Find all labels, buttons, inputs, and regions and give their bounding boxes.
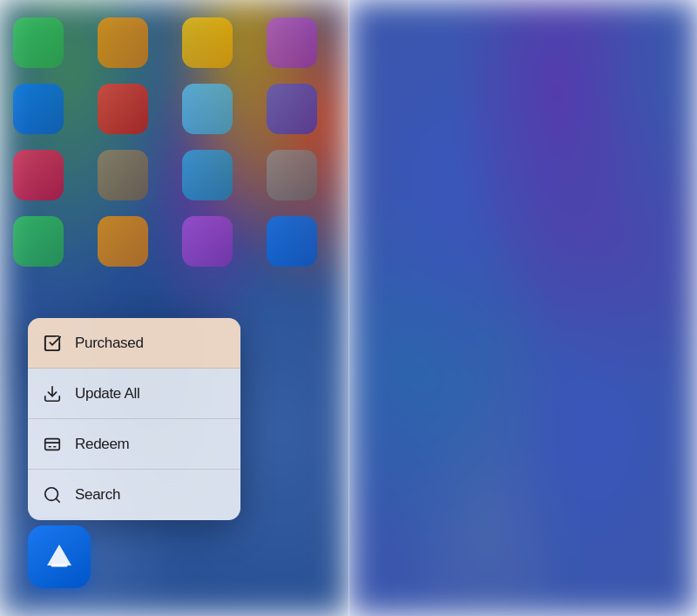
left-context-menu: Purchased Update All bbox=[28, 318, 240, 520]
app-icon-6 bbox=[98, 84, 148, 134]
app-icon-15 bbox=[182, 216, 233, 267]
left-redeem-label: Redeem bbox=[75, 436, 129, 453]
app-icon-3 bbox=[182, 17, 233, 68]
update-icon bbox=[42, 383, 63, 404]
left-purchased-label: Purchased bbox=[75, 335, 144, 352]
left-phone-panel: Purchased Update All bbox=[0, 0, 348, 616]
left-update-all-label: Update All bbox=[75, 385, 140, 403]
svg-rect-0 bbox=[45, 335, 60, 350]
app-icon-9 bbox=[13, 150, 64, 200]
left-menu-item-purchased[interactable]: Purchased bbox=[28, 318, 240, 369]
svg-line-4 bbox=[56, 498, 59, 502]
panel-divider bbox=[348, 0, 349, 616]
app-icon-12 bbox=[267, 150, 317, 200]
app-icon-7 bbox=[182, 84, 233, 134]
app-icon-grid bbox=[0, 0, 348, 284]
app-icon-11 bbox=[182, 150, 233, 200]
app-icon-10 bbox=[98, 150, 148, 200]
app-icon-2 bbox=[98, 17, 148, 68]
app-store-icon[interactable] bbox=[28, 525, 91, 588]
right-phone-panel: Search Redeem V bbox=[348, 0, 697, 616]
left-menu-item-update-all[interactable]: Update All bbox=[28, 369, 240, 419]
redeem-icon bbox=[42, 434, 63, 455]
app-icon-14 bbox=[98, 216, 148, 267]
app-icon-13 bbox=[13, 216, 64, 267]
svg-rect-2 bbox=[45, 438, 60, 450]
app-icon-8 bbox=[267, 84, 317, 134]
right-background bbox=[348, 0, 697, 616]
left-menu-item-redeem[interactable]: Redeem bbox=[28, 419, 240, 470]
left-search-label: Search bbox=[75, 486, 120, 504]
search-icon bbox=[42, 484, 63, 505]
left-menu-item-search[interactable]: Search bbox=[28, 470, 240, 520]
app-icon-16 bbox=[267, 216, 317, 267]
app-icon-4 bbox=[267, 17, 317, 68]
purchased-icon bbox=[42, 333, 63, 354]
app-icon-5 bbox=[13, 84, 64, 134]
app-icon-1 bbox=[13, 17, 64, 68]
